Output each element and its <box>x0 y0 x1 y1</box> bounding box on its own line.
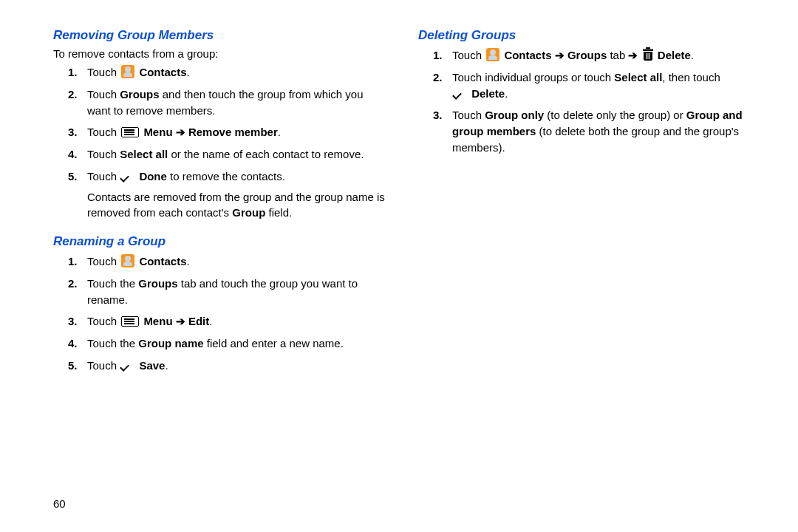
text: Touch <box>87 315 120 327</box>
menu-icon <box>121 127 139 137</box>
text: Menu <box>143 126 172 138</box>
step: Touch the Group name field and enter a n… <box>87 335 389 352</box>
text: Delete <box>471 87 505 100</box>
check-icon <box>454 88 467 98</box>
text: . <box>505 87 508 100</box>
left-column: Removing Group Members To remove contact… <box>53 28 389 387</box>
text: field and enter a new name. <box>204 337 344 349</box>
step: Touch Contacts. <box>87 253 389 270</box>
text: Groups <box>138 277 177 290</box>
heading-renaming-a-group: Renaming a Group <box>53 234 389 249</box>
check-icon <box>121 171 134 181</box>
step: Touch Menu ➔ Edit. <box>87 313 389 330</box>
arrow-icon: ➔ <box>173 126 188 138</box>
arrow-icon: ➔ <box>552 49 567 61</box>
intro-text: To remove contacts from a group: <box>53 47 389 60</box>
steps-renaming-a-group: Touch Contacts. Touch the Groups tab and… <box>53 253 389 374</box>
arrow-icon: ➔ <box>173 315 188 327</box>
step: Touch Done to remove the contacts. Conta… <box>87 168 389 221</box>
text: Group name <box>138 337 203 349</box>
text: Select all <box>614 71 662 83</box>
step: Touch individual groups or touch Select … <box>452 69 754 102</box>
heading-deleting-groups: Deleting Groups <box>418 28 754 43</box>
arrow-icon: ➔ <box>625 49 641 61</box>
text: Touch individual groups or touch <box>452 71 614 83</box>
step: Touch the Groups tab and touch the group… <box>87 276 389 308</box>
text: Touch the <box>87 277 138 290</box>
text: . <box>187 66 190 78</box>
text: Group only <box>485 109 544 121</box>
step: Touch Contacts. <box>87 64 389 81</box>
steps-removing-group-members: Touch Contacts. Touch Groups and then to… <box>53 64 389 221</box>
text: Save <box>139 359 165 372</box>
text: Group <box>232 206 265 219</box>
text: Touch the <box>87 337 138 349</box>
text: . <box>278 126 281 138</box>
text: . <box>187 255 190 267</box>
text: Touch <box>87 148 120 160</box>
text: , then touch <box>662 71 720 83</box>
text: Touch <box>87 170 120 183</box>
text: Touch <box>87 359 120 372</box>
step: Touch Group only (to delete only the gro… <box>452 107 754 155</box>
text: Groups <box>567 49 607 61</box>
text: to remove the contacts. <box>167 170 285 183</box>
step: Touch Menu ➔ Remove member. <box>87 124 389 140</box>
text: Contacts <box>139 66 186 78</box>
text: Select all <box>120 148 168 160</box>
manual-page: Removing Group Members To remove contact… <box>0 0 798 402</box>
text: Touch <box>87 88 120 100</box>
text: Edit <box>188 315 209 327</box>
text: Touch <box>87 126 120 138</box>
heading-removing-group-members: Removing Group Members <box>53 28 389 43</box>
trash-icon <box>643 50 653 61</box>
contacts-icon <box>486 48 499 61</box>
contacts-icon <box>121 254 134 267</box>
text: field. <box>265 206 292 219</box>
right-column: Deleting Groups Touch Contacts ➔ Groups … <box>418 28 754 387</box>
text: (to delete only the group) or <box>544 109 686 121</box>
check-icon <box>121 360 134 370</box>
step: Touch Contacts ➔ Groups tab ➔ Delete. <box>452 47 754 64</box>
step: Touch Save. <box>87 358 389 374</box>
note: Contacts are removed from the group and … <box>87 189 389 222</box>
steps-deleting-groups: Touch Contacts ➔ Groups tab ➔ Delete. To… <box>418 47 754 156</box>
step: Touch Select all or the name of each con… <box>87 146 389 163</box>
text: Menu <box>143 315 172 327</box>
text: Touch <box>87 66 120 78</box>
text: Contacts <box>139 255 186 267</box>
text: or the name of each contact to remove. <box>168 148 364 160</box>
text: Remove member <box>188 126 278 138</box>
text: Done <box>139 170 167 183</box>
text: Touch <box>452 109 485 121</box>
text: Groups <box>120 88 159 100</box>
text: . <box>165 359 168 372</box>
text: tab <box>607 49 625 61</box>
text: . <box>209 315 212 327</box>
page-number: 60 <box>53 497 66 510</box>
text: Delete <box>658 49 691 61</box>
text: Touch <box>87 255 120 267</box>
step: Touch Groups and then touch the group fr… <box>87 86 389 119</box>
text: . <box>691 49 694 61</box>
contacts-icon <box>121 65 134 78</box>
text: Contacts <box>504 49 551 61</box>
text: Touch <box>452 49 485 61</box>
menu-icon <box>121 316 139 327</box>
